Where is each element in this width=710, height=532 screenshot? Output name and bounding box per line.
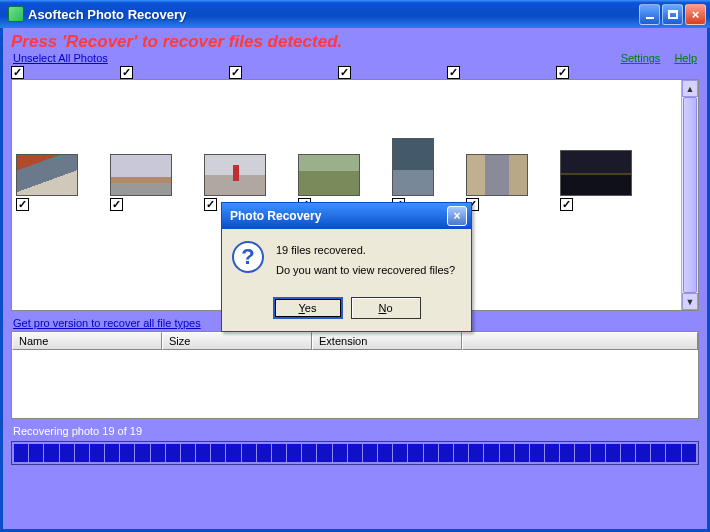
progress-segment <box>484 444 498 462</box>
scroll-down-arrow[interactable]: ▼ <box>682 293 698 310</box>
progress-segment <box>242 444 256 462</box>
table-header-row: Name Size Extension <box>12 332 698 350</box>
progress-segment <box>408 444 422 462</box>
header-checkbox[interactable]: ✓ <box>11 66 24 79</box>
no-button[interactable]: No <box>351 297 421 319</box>
column-header-size[interactable]: Size <box>162 332 312 350</box>
progress-segment <box>105 444 119 462</box>
progress-segment <box>75 444 89 462</box>
progress-segment <box>287 444 301 462</box>
header-checkbox[interactable]: ✓ <box>338 66 351 79</box>
close-button[interactable]: × <box>685 4 706 25</box>
progress-segment <box>333 444 347 462</box>
dialog-message: 19 files recovered. Do you want to view … <box>276 241 455 281</box>
thumbnail-checkbox[interactable]: ✓ <box>560 198 573 211</box>
confirmation-dialog: Photo Recovery × ? 19 files recovered. D… <box>221 202 472 332</box>
yes-button[interactable]: Yes <box>273 297 343 319</box>
column-header-name[interactable]: Name <box>12 332 162 350</box>
settings-link[interactable]: Settings <box>621 52 661 64</box>
instruction-banner: Press 'Recover' to recover files detecte… <box>3 28 707 52</box>
thumbnail-image <box>204 154 266 196</box>
progress-segment <box>636 444 650 462</box>
unselect-all-link[interactable]: Unselect All Photos <box>13 52 108 64</box>
progress-segment <box>530 444 544 462</box>
progress-segment <box>606 444 620 462</box>
progress-segment <box>560 444 574 462</box>
progress-segment <box>166 444 180 462</box>
dialog-line2: Do you want to view recovered files? <box>276 261 455 281</box>
progress-segment <box>272 444 286 462</box>
progress-segment <box>90 444 104 462</box>
thumbnail-checkbox[interactable]: ✓ <box>16 198 29 211</box>
progress-segment <box>151 444 165 462</box>
thumbnail-image <box>392 138 434 196</box>
thumbnail-item[interactable]: ✓ <box>392 138 434 211</box>
dialog-line1: 19 files recovered. <box>276 241 455 261</box>
progress-segment <box>591 444 605 462</box>
thumbnail-checkbox[interactable]: ✓ <box>204 198 217 211</box>
progress-segment <box>500 444 514 462</box>
status-text: Recovering photo 19 of 19 <box>3 419 707 441</box>
window-titlebar: Asoftech Photo Recovery × <box>0 0 710 28</box>
thumbnail-item[interactable]: ✓ <box>110 154 172 211</box>
dialog-close-button[interactable]: × <box>447 206 467 226</box>
progress-segment <box>666 444 680 462</box>
progress-segment <box>621 444 635 462</box>
progress-segment <box>29 444 43 462</box>
column-header-extension[interactable]: Extension <box>312 332 462 350</box>
progress-segment <box>226 444 240 462</box>
progress-segment <box>515 444 529 462</box>
dialog-title: Photo Recovery <box>226 209 447 223</box>
pro-version-link[interactable]: Get pro version to recover all file type… <box>13 317 201 329</box>
thumbnail-item[interactable]: ✓ <box>466 154 528 211</box>
progress-segment <box>257 444 271 462</box>
question-icon: ? <box>232 241 264 273</box>
progress-segment <box>317 444 331 462</box>
header-checkbox[interactable]: ✓ <box>120 66 133 79</box>
progress-segment <box>575 444 589 462</box>
thumbnail-checkbox[interactable]: ✓ <box>110 198 123 211</box>
progress-segment <box>348 444 362 462</box>
progress-segment <box>651 444 665 462</box>
progress-segment <box>363 444 377 462</box>
progress-segment <box>469 444 483 462</box>
header-checkbox[interactable]: ✓ <box>556 66 569 79</box>
vertical-scrollbar[interactable]: ▲ ▼ <box>681 80 698 310</box>
column-header-blank[interactable] <box>462 332 698 350</box>
progress-bar <box>11 441 699 465</box>
help-link[interactable]: Help <box>674 52 697 64</box>
progress-segment <box>302 444 316 462</box>
minimize-button[interactable] <box>639 4 660 25</box>
scroll-up-arrow[interactable]: ▲ <box>682 80 698 97</box>
progress-segment <box>196 444 210 462</box>
progress-segment <box>393 444 407 462</box>
thumbnail-image <box>298 154 360 196</box>
app-icon <box>8 6 24 22</box>
progress-segment <box>135 444 149 462</box>
progress-segment <box>211 444 225 462</box>
maximize-button[interactable] <box>662 4 683 25</box>
thumbnail-image <box>466 154 528 196</box>
progress-segment <box>424 444 438 462</box>
header-checkbox[interactable]: ✓ <box>447 66 460 79</box>
thumbnail-item[interactable]: ✓ <box>560 130 632 211</box>
thumbnail-image <box>110 154 172 196</box>
thumbnail-image <box>16 154 78 196</box>
thumbnail-item[interactable]: ✓ <box>16 154 78 211</box>
progress-segment <box>120 444 134 462</box>
header-checkbox[interactable]: ✓ <box>229 66 242 79</box>
progress-segment <box>682 444 696 462</box>
window-title: Asoftech Photo Recovery <box>28 7 637 22</box>
progress-segment <box>181 444 195 462</box>
progress-segment <box>60 444 74 462</box>
progress-segment <box>439 444 453 462</box>
scroll-thumb[interactable] <box>683 97 697 293</box>
thumbnail-image <box>560 150 632 196</box>
progress-segment <box>14 444 28 462</box>
progress-segment <box>545 444 559 462</box>
header-checkbox-row: ✓ ✓ ✓ ✓ ✓ ✓ <box>3 64 707 79</box>
progress-segment <box>44 444 58 462</box>
progress-segment <box>378 444 392 462</box>
dialog-titlebar: Photo Recovery × <box>222 203 471 229</box>
progress-segment <box>454 444 468 462</box>
